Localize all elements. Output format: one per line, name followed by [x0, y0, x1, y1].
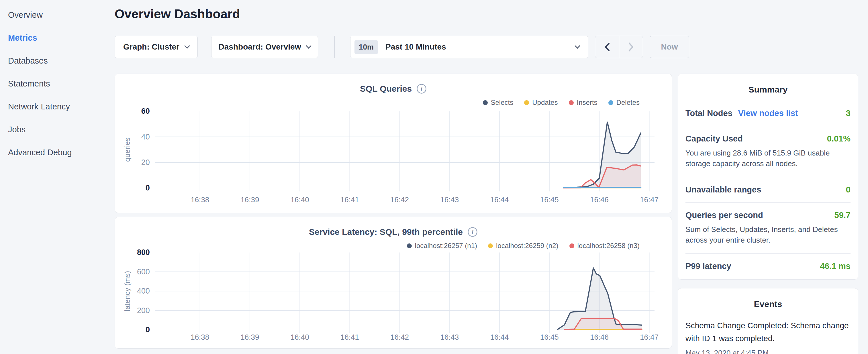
events-title: Events: [685, 299, 850, 309]
summary-row-label: Capacity Used: [685, 134, 743, 143]
svg-text:16:46: 16:46: [590, 333, 609, 341]
legend-item[interactable]: localhost:26259 (n2): [488, 242, 558, 250]
sidebar-item-network-latency[interactable]: Network Latency: [0, 95, 115, 118]
next-time-button[interactable]: [619, 36, 643, 58]
sql-queries-chart[interactable]: 16:3816:3916:4016:4116:4216:4316:4416:45…: [115, 74, 672, 213]
summary-row-value: 3: [846, 108, 850, 118]
legend-item[interactable]: Inserts: [569, 99, 597, 106]
sidebar-item-databases[interactable]: Databases: [0, 49, 115, 72]
events-panel: Events Schema Change Completed: Schema c…: [678, 288, 858, 354]
legend-dot-icon: [608, 100, 613, 105]
dashboard-dropdown-label: Dashboard: Overview: [219, 42, 301, 52]
chart-header: SQL Queries i: [115, 74, 672, 94]
event-message: Schema Change Completed: Schema change w…: [685, 319, 850, 345]
info-icon[interactable]: i: [467, 227, 478, 237]
sidebar: Overview Metrics Databases Statements Ne…: [0, 0, 115, 164]
summary-row-p99-latency: P99 latency 46.1 ms: [685, 253, 850, 279]
prev-time-button[interactable]: [595, 36, 619, 58]
toolbar: Graph: Cluster Dashboard: Overview 10m P…: [115, 36, 868, 58]
dashboard-body: SQL Queries i SelectsUpdatesInsertsDelet…: [115, 74, 868, 354]
time-range-label: Past 10 Minutes: [385, 42, 576, 52]
legend-dot-icon: [524, 100, 529, 105]
svg-text:16:38: 16:38: [191, 333, 209, 341]
summary-row-capacity-used: Capacity Used 0.01% You are using 28.6 M…: [685, 126, 850, 177]
svg-text:16:47: 16:47: [640, 333, 658, 341]
legend-dot-icon: [569, 100, 574, 105]
summary-title: Summary: [685, 85, 850, 95]
legend-label: Deletes: [616, 99, 640, 106]
svg-text:20: 20: [141, 158, 150, 167]
svg-text:40: 40: [141, 133, 150, 141]
legend-label: localhost:26259 (n2): [496, 242, 558, 250]
svg-text:16:42: 16:42: [390, 196, 409, 204]
now-button[interactable]: Now: [650, 36, 689, 58]
svg-text:16:45: 16:45: [540, 196, 559, 204]
svg-text:16:43: 16:43: [440, 196, 459, 204]
svg-text:latency (ms): latency (ms): [123, 271, 131, 311]
summary-panel: Summary Total Nodes View nodes list 3 Ca…: [678, 74, 858, 280]
legend-item[interactable]: Selects: [483, 99, 514, 106]
legend-dot-icon: [483, 100, 488, 105]
svg-text:200: 200: [137, 306, 150, 315]
svg-text:16:39: 16:39: [241, 333, 259, 341]
summary-row-value: 0: [846, 185, 850, 194]
charts-column: SQL Queries i SelectsUpdatesInsertsDelet…: [115, 74, 672, 349]
svg-text:16:40: 16:40: [290, 196, 309, 204]
summary-row-label: P99 latency: [685, 261, 731, 271]
legend-dot-icon: [569, 244, 574, 248]
legend-item[interactable]: localhost:26257 (n1): [407, 242, 477, 250]
time-range-badge: 10m: [354, 40, 378, 54]
summary-row-value: 0.01%: [827, 134, 850, 143]
legend-dot-icon: [407, 244, 412, 248]
sidebar-item-advanced-debug[interactable]: Advanced Debug: [0, 141, 115, 164]
sidebar-item-overview[interactable]: Overview: [0, 3, 115, 26]
graph-dropdown-label: Graph: Cluster: [123, 42, 179, 52]
legend-label: Selects: [491, 99, 514, 106]
legend-item[interactable]: localhost:26258 (n3): [569, 242, 640, 250]
svg-text:800: 800: [137, 248, 150, 257]
svg-text:16:44: 16:44: [490, 333, 509, 341]
summary-row-label: Total Nodes: [685, 108, 733, 118]
legend-label: localhost:26257 (n1): [415, 242, 477, 250]
summary-row-description: You are using 28.6 MiB of 515.9 GiB usab…: [685, 148, 850, 169]
dashboard-dropdown[interactable]: Dashboard: Overview: [211, 36, 318, 58]
event-item: Schema Change Completed: Schema change w…: [685, 319, 850, 354]
svg-text:400: 400: [137, 287, 150, 295]
time-range-dropdown[interactable]: 10m Past 10 Minutes: [350, 36, 588, 58]
sql-queries-card: SQL Queries i SelectsUpdatesInsertsDelet…: [115, 74, 672, 213]
svg-text:0: 0: [146, 325, 150, 334]
view-nodes-list-link[interactable]: View nodes list: [738, 108, 798, 118]
legend-item[interactable]: Deletes: [608, 99, 640, 106]
app-root: Overview Metrics Databases Statements Ne…: [0, 0, 868, 354]
chevron-down-icon: [575, 43, 580, 49]
svg-text:i: i: [472, 229, 473, 236]
event-timestamp: May 13, 2020 at 4:45 PM: [685, 349, 850, 354]
summary-row-label: Unavailable ranges: [685, 185, 761, 194]
graph-dropdown[interactable]: Graph: Cluster: [115, 36, 198, 58]
svg-text:16:42: 16:42: [390, 333, 409, 341]
chart-title: Service Latency: SQL, 99th percentile: [309, 227, 463, 237]
chevron-down-icon: [184, 43, 190, 49]
svg-text:16:41: 16:41: [340, 196, 359, 204]
legend-dot-icon: [488, 244, 493, 248]
legend-label: localhost:26258 (n3): [578, 242, 640, 250]
sidebar-item-statements[interactable]: Statements: [0, 72, 115, 95]
svg-text:16:38: 16:38: [191, 196, 209, 204]
summary-row-label: Queries per second: [685, 211, 763, 220]
svg-text:16:45: 16:45: [540, 333, 559, 341]
sidebar-item-metrics[interactable]: Metrics: [0, 26, 115, 49]
chart-title: SQL Queries: [360, 84, 412, 94]
summary-row-queries-per-second: Queries per second 59.7 Sum of Selects, …: [685, 202, 850, 253]
svg-text:16:43: 16:43: [440, 333, 459, 341]
legend-label: Inserts: [577, 99, 597, 106]
legend-item[interactable]: Updates: [524, 99, 558, 106]
svg-text:16:40: 16:40: [290, 333, 309, 341]
info-icon[interactable]: i: [416, 84, 427, 94]
svg-text:16:41: 16:41: [340, 333, 359, 341]
summary-row-description: Sum of Selects, Updates, Inserts, and De…: [685, 224, 850, 246]
legend-label: Updates: [532, 99, 558, 106]
sidebar-item-jobs[interactable]: Jobs: [0, 118, 115, 141]
chevron-right-icon: [627, 42, 635, 52]
summary-row-value: 59.7: [834, 211, 850, 220]
svg-text:16:44: 16:44: [490, 196, 509, 204]
